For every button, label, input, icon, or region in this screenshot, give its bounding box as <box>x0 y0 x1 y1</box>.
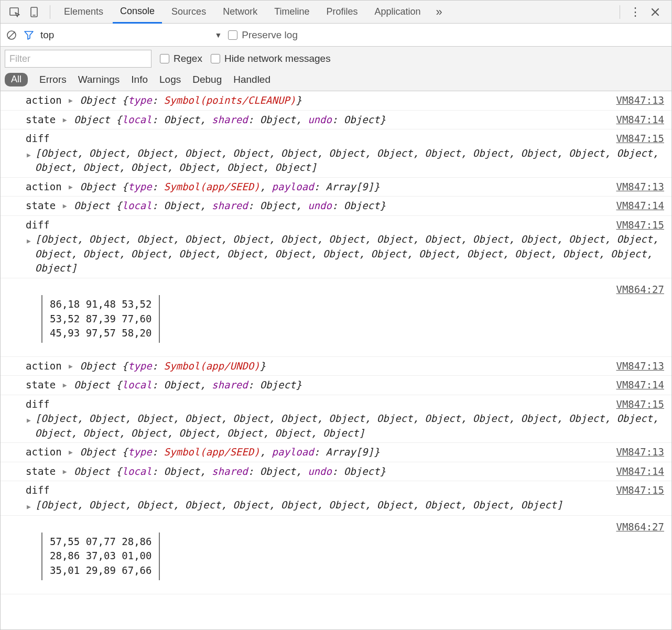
filter-funnel-icon[interactable] <box>24 30 34 40</box>
source-link[interactable]: VM847:13 <box>616 445 664 460</box>
source-link[interactable]: VM864:27 <box>616 520 664 535</box>
tab-network[interactable]: Network <box>215 1 265 24</box>
table-row: 86,18 91,48 53,52 <box>50 297 151 312</box>
chevron-down-icon: ▼ <box>214 31 222 39</box>
kebab-menu-icon[interactable]: ⋮ <box>626 4 644 20</box>
tab-profiles[interactable]: Profiles <box>319 1 365 24</box>
filter-input[interactable] <box>5 50 151 68</box>
close-icon[interactable] <box>646 4 664 20</box>
source-link[interactable]: VM847:15 <box>616 132 664 146</box>
source-link[interactable]: VM847:15 <box>616 397 664 412</box>
log-row: VM847:13 action ▶ Object {type: Symbol(p… <box>1 91 671 111</box>
log-label: action <box>26 94 62 106</box>
expand-arrow-icon[interactable]: ▶ <box>63 115 67 125</box>
console-context-bar: top ▼ Preserve log <box>1 24 671 47</box>
log-label: state <box>26 114 56 125</box>
expand-arrow-icon[interactable]: ▶ <box>63 467 67 477</box>
level-logs[interactable]: Logs <box>159 74 181 85</box>
clear-console-icon[interactable] <box>6 29 17 41</box>
tab-application[interactable]: Application <box>367 1 428 24</box>
table-row: 45,93 97,57 58,20 <box>50 326 151 341</box>
log-row: VM847:15 diff ▶[Object, Object, Object, … <box>1 395 671 443</box>
log-label: diff <box>26 484 50 496</box>
object-text: Object <box>74 114 110 125</box>
log-row: VM847:15 diff ▶[Object, Object, Object, … <box>1 216 671 278</box>
log-label: action <box>26 360 62 372</box>
source-link[interactable]: VM847:15 <box>616 218 664 233</box>
log-row: VM847:13 action ▶ Object {type: Symbol(a… <box>1 178 671 197</box>
expand-arrow-icon[interactable]: ▶ <box>27 150 31 160</box>
log-label: state <box>26 200 56 211</box>
log-row: VM847:13 action ▶ Object {type: Symbol(a… <box>1 443 671 462</box>
expand-arrow-icon[interactable]: ▶ <box>69 96 73 106</box>
log-row: VM847:14 state ▶ Object {local: Object, … <box>1 376 671 395</box>
expand-arrow-icon[interactable]: ▶ <box>69 182 73 192</box>
expand-arrow-icon[interactable]: ▶ <box>69 362 73 372</box>
divider <box>620 5 620 19</box>
hide-network-label: Hide network messages <box>224 53 331 64</box>
checkbox-icon <box>160 54 169 63</box>
table-output: 57,55 07,77 28,86 28,86 37,03 01,00 35,0… <box>41 533 160 580</box>
svg-rect-0 <box>10 8 18 15</box>
diff-array[interactable]: [Object, Object, Object, Object, Object,… <box>35 232 665 276</box>
hide-network-checkbox[interactable]: Hide network messages <box>211 53 331 64</box>
expand-arrow-icon[interactable]: ▶ <box>69 448 73 458</box>
log-row: VM847:14 state ▶ Object {local: Object, … <box>1 197 671 216</box>
source-link[interactable]: VM847:14 <box>616 464 664 479</box>
execution-context-selector[interactable]: top ▼ <box>40 29 222 41</box>
source-link[interactable]: VM847:15 <box>616 483 664 498</box>
key: type <box>128 94 152 106</box>
source-link[interactable]: VM864:27 <box>616 283 664 297</box>
log-row: VM847:14 state ▶ Object {local: Object, … <box>1 111 671 130</box>
log-row: VM847:14 state ▶ Object {local: Object, … <box>1 462 671 482</box>
diff-array[interactable]: [Object, Object, Object, Object, Object,… <box>35 411 665 440</box>
level-info[interactable]: Info <box>131 74 148 85</box>
context-label: top <box>40 29 54 41</box>
level-warnings[interactable]: Warnings <box>78 74 120 85</box>
level-errors[interactable]: Errors <box>39 74 67 85</box>
symbol-value: Symbol(points/CLEANUP) <box>164 94 296 106</box>
expand-arrow-icon[interactable]: ▶ <box>27 416 31 426</box>
console-log-area: VM847:13 action ▶ Object {type: Symbol(p… <box>1 91 671 629</box>
log-row: VM847:13 action ▶ Object {type: Symbol(a… <box>1 357 671 376</box>
log-label: action <box>26 446 62 458</box>
expand-arrow-icon[interactable]: ▶ <box>27 502 31 512</box>
source-link[interactable]: VM847:13 <box>616 93 664 108</box>
log-label: action <box>26 181 62 192</box>
tab-elements[interactable]: Elements <box>57 1 111 24</box>
regex-checkbox[interactable]: Regex <box>160 53 202 64</box>
console-filter-bar: Regex Hide network messages All Errors W… <box>1 47 671 91</box>
source-link[interactable]: VM847:14 <box>616 113 664 127</box>
device-toolbar-icon[interactable] <box>26 4 44 20</box>
source-link[interactable]: VM847:13 <box>616 180 664 194</box>
checkbox-icon <box>211 54 220 63</box>
tab-console[interactable]: Console <box>113 1 162 24</box>
more-tabs-icon[interactable]: » <box>430 4 448 20</box>
source-link[interactable]: VM847:14 <box>616 199 664 213</box>
log-label: diff <box>26 133 50 144</box>
table-output: 86,18 91,48 53,52 53,52 87,39 77,60 45,9… <box>41 295 160 343</box>
expand-arrow-icon[interactable]: ▶ <box>63 201 67 211</box>
source-link[interactable]: VM847:14 <box>616 378 664 393</box>
expand-arrow-icon[interactable]: ▶ <box>27 236 31 246</box>
log-label: diff <box>26 398 50 410</box>
table-row: 57,55 07,77 28,86 <box>50 535 151 549</box>
log-label: state <box>26 379 56 390</box>
expand-arrow-icon[interactable]: ▶ <box>63 381 67 390</box>
diff-array[interactable]: [Object, Object, Object, Object, Object,… <box>35 498 563 513</box>
table-row: 53,52 87,39 77,60 <box>50 312 151 327</box>
level-handled[interactable]: Handled <box>233 74 270 85</box>
level-all[interactable]: All <box>5 73 28 86</box>
log-row: VM847:15 diff ▶[Object, Object, Object, … <box>1 129 671 178</box>
tab-sources[interactable]: Sources <box>164 1 213 24</box>
tab-timeline[interactable]: Timeline <box>267 1 317 24</box>
level-debug[interactable]: Debug <box>192 74 222 85</box>
preserve-log-checkbox[interactable]: Preserve log <box>228 29 298 41</box>
diff-array[interactable]: [Object, Object, Object, Object, Object,… <box>35 146 665 175</box>
source-link[interactable]: VM847:13 <box>616 359 664 374</box>
divider <box>50 5 50 19</box>
object-text: Object <box>80 94 116 106</box>
svg-line-4 <box>8 32 15 38</box>
inspect-element-icon[interactable] <box>6 4 24 20</box>
devtools-tabstrip: Elements Console Sources Network Timelin… <box>1 1 671 24</box>
